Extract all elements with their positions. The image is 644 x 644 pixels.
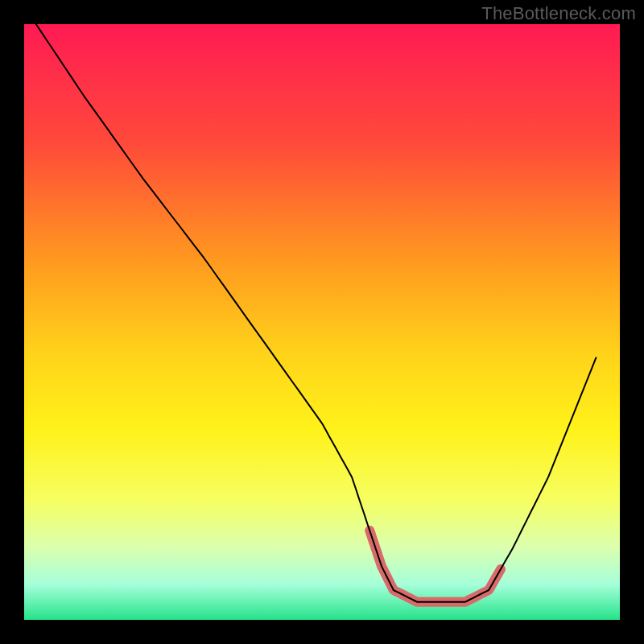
plot-area: [24, 24, 620, 620]
chart-frame: TheBottleneck.com: [0, 0, 644, 644]
watermark-text: TheBottleneck.com: [481, 3, 636, 24]
chart-svg: [0, 0, 644, 644]
